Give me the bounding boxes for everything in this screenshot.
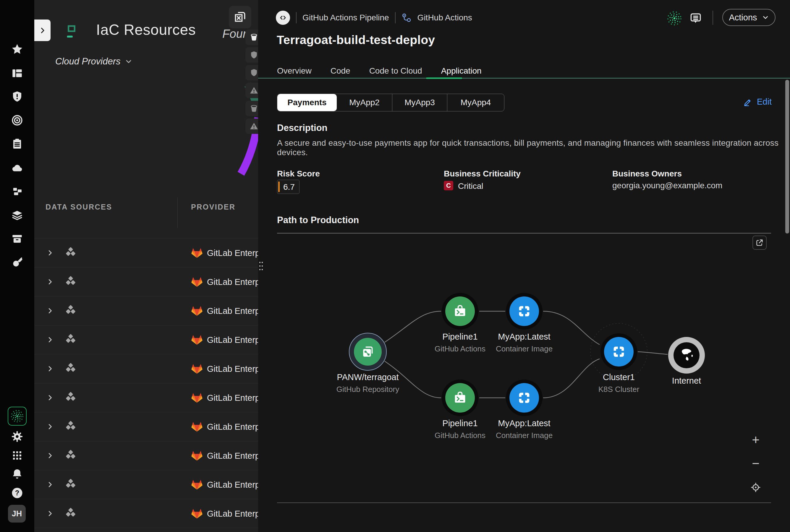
crosshair-icon	[751, 482, 761, 492]
provider-name: GitLab Enterp	[207, 306, 258, 316]
sidebar-item-settings[interactable]	[8, 428, 26, 445]
warning-icon	[249, 122, 258, 131]
iac-framework-icon	[64, 333, 77, 347]
provider-name: GitLab Enterp	[207, 509, 258, 519]
internet-ring	[668, 337, 705, 374]
recenter-button[interactable]	[749, 480, 763, 494]
data-sources-table: GitLab EnterpGitLab EnterpGitLab EnterpG…	[34, 238, 258, 532]
graph-node-pipeline-top[interactable]	[442, 293, 478, 329]
favorites-icon	[11, 43, 23, 56]
sidebar-item-dashboards[interactable]	[8, 64, 26, 81]
sidebar-item-help[interactable]	[8, 484, 26, 501]
expand-chevron-icon[interactable]	[46, 278, 54, 286]
gitlab-icon	[190, 507, 203, 520]
node-halo	[601, 334, 637, 370]
expand-chevron-icon[interactable]	[46, 307, 54, 315]
gitlab-icon	[190, 304, 203, 318]
table-row[interactable]: GitLab Enterp	[34, 528, 258, 532]
iac-monitor-icon	[62, 21, 81, 39]
gitlab-icon	[190, 420, 203, 433]
quad-icon	[516, 390, 532, 405]
table-row[interactable]: GitLab Enterp	[34, 499, 258, 528]
expand-chevron-icon[interactable]	[46, 423, 54, 431]
column-data-sources: DATA SOURCES	[45, 203, 112, 211]
iac-framework-icon	[64, 391, 77, 405]
iac-framework-icon	[64, 304, 77, 318]
expand-chevron-icon[interactable]	[46, 452, 54, 460]
sidebar-item-app-grid[interactable]	[8, 447, 26, 464]
graph-bottom-border	[277, 502, 771, 503]
iac-framework-icon	[64, 275, 77, 289]
alerts-icon	[11, 91, 23, 103]
zoom-out-button[interactable]: −	[749, 456, 763, 471]
panel-resize-handle[interactable]	[258, 261, 264, 272]
node-halo	[506, 380, 543, 416]
user-avatar[interactable]: JH	[8, 505, 26, 522]
open-in-window-button[interactable]	[229, 6, 251, 28]
gitlab-icon	[190, 276, 203, 288]
bucket-chip[interactable]	[245, 30, 258, 45]
table-row[interactable]: GitLab Enterp	[34, 412, 258, 441]
warning-chip[interactable]	[245, 83, 258, 98]
quad-icon	[516, 304, 532, 319]
cloud-providers-filter[interactable]: Cloud Providers	[55, 56, 132, 67]
bucket-chip[interactable]	[245, 101, 258, 116]
node-label: Internet	[633, 376, 740, 386]
iac-framework-icon	[64, 478, 77, 492]
zoom-in-button[interactable]: +	[749, 433, 763, 447]
node-label: PANW/terragoat	[315, 373, 421, 382]
table-row[interactable]: GitLab Enterp	[34, 354, 258, 383]
dashboards-icon	[11, 67, 23, 79]
graph-node-pipeline-bottom[interactable]	[442, 380, 478, 416]
expand-chevron-icon[interactable]	[46, 336, 54, 344]
sidebar: JH	[0, 0, 34, 532]
sidebar-item-modules[interactable]	[8, 183, 26, 200]
scrollbar-thumb[interactable]	[785, 80, 789, 233]
node-sublabel: K8S Cluster	[566, 385, 672, 394]
provider-name: GitLab Enterp	[207, 451, 258, 461]
prisma-cloud-logo[interactable]	[9, 11, 25, 27]
sidebar-item-favorites[interactable]	[8, 41, 26, 58]
graph-node-internet[interactable]	[668, 337, 705, 374]
shield-chip[interactable]	[245, 65, 258, 80]
sidebar-item-inventory[interactable]	[8, 230, 26, 247]
graph-node-cluster[interactable]	[601, 334, 637, 370]
provider-name: GitLab Enterp	[207, 335, 258, 345]
expand-chevron-icon[interactable]	[46, 249, 54, 257]
table-row[interactable]: GitLab Enterp	[34, 267, 258, 297]
table-row[interactable]: GitLab Enterp	[34, 470, 258, 499]
detail-panel: GitHub Actions Pipeline GitHub Actions A…	[258, 0, 790, 532]
table-row[interactable]: GitLab Enterp	[34, 383, 258, 412]
iac-resources-panel: Found IaC Resources Cloud Providers DATA…	[34, 0, 258, 532]
panel-collapse-button[interactable]	[34, 19, 51, 41]
gitlab-icon	[190, 391, 203, 404]
expand-chevron-icon[interactable]	[46, 394, 54, 402]
expand-chevron-icon[interactable]	[46, 480, 54, 489]
table-row[interactable]: GitLab Enterp	[34, 297, 258, 325]
chevron-down-icon	[125, 58, 132, 65]
table-row[interactable]: GitLab Enterp	[34, 441, 258, 470]
iac-framework-icon	[64, 246, 77, 260]
expand-chevron-icon[interactable]	[46, 365, 54, 373]
sidebar-item-layers[interactable]	[8, 207, 26, 224]
help-icon	[11, 487, 23, 499]
shield-chip[interactable]	[245, 47, 258, 63]
sidebar-item-cloud-accounts[interactable]	[8, 159, 26, 176]
table-row[interactable]: GitLab Enterp	[34, 239, 258, 267]
provider-name: GitLab Enterp	[207, 364, 258, 374]
graph-node-image-bottom[interactable]	[506, 380, 543, 416]
graph-node-image-top[interactable]	[506, 293, 543, 329]
quad-icon	[611, 344, 626, 359]
bucket-icon	[249, 104, 258, 113]
sidebar-item-supply-chain[interactable]	[8, 254, 26, 271]
cloud-providers-label: Cloud Providers	[55, 56, 120, 67]
expand-chevron-icon[interactable]	[46, 510, 54, 517]
sidebar-item-governance[interactable]	[8, 112, 26, 129]
sidebar-item-alerts[interactable]	[8, 88, 26, 105]
sidebar-item-reports[interactable]	[8, 135, 26, 152]
warning-chip[interactable]	[245, 118, 258, 134]
sidebar-item-notifications[interactable]	[8, 466, 26, 483]
table-row[interactable]: GitLab Enterp	[34, 325, 258, 354]
sidebar-item-ai-copilot[interactable]	[8, 407, 26, 425]
graph-node-repo[interactable]	[349, 333, 387, 370]
